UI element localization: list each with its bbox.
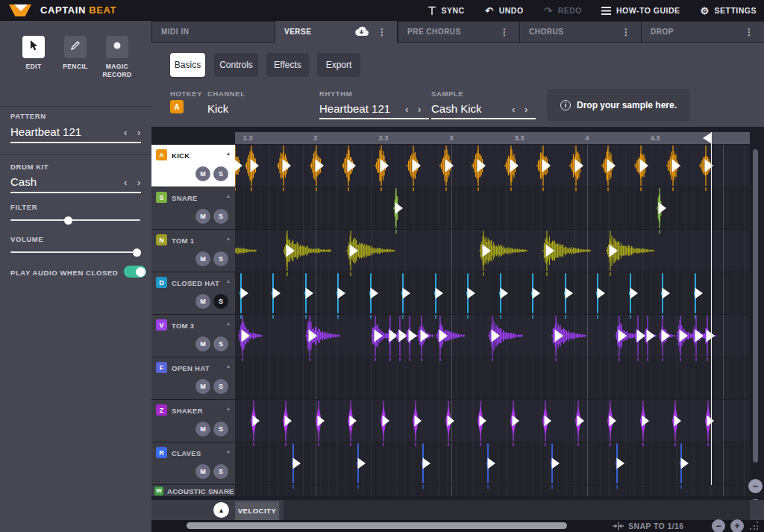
track-lane-open-hat[interactable] [235, 357, 750, 399]
pattern-tab-drop[interactable]: DROP⋮ [642, 22, 764, 42]
pattern-prev-chevron-icon[interactable]: ‹ [124, 128, 127, 137]
track-header-tom-1[interactable]: NTOM 1▴MS [151, 230, 235, 272]
captain-plugins-logo-icon[interactable] [9, 3, 34, 18]
track-lane-closed-hat[interactable] [235, 272, 750, 314]
drum-kit-next-chevron-icon[interactable]: › [137, 178, 140, 187]
track-header-open-hat[interactable]: FOPEN HAT▴MS [151, 357, 235, 399]
filter-slider-knob[interactable] [64, 216, 72, 225]
topbar-action-redo[interactable]: ↷REDO [543, 5, 582, 16]
mute-button-claves[interactable]: M [195, 464, 210, 479]
zoom-out-horizontal-button[interactable]: − [712, 519, 725, 532]
topbar-action-settings[interactable]: ⚙SETTINGS [699, 5, 757, 16]
topbar-action-undo[interactable]: ↶UNDO [484, 5, 524, 16]
drum-kit-prev-chevron-icon[interactable]: ‹ [124, 178, 127, 187]
collapse-track-icon[interactable]: ▴ [227, 193, 230, 199]
topbar-action-sync[interactable]: SYNC [427, 5, 465, 16]
solo-button-open-hat[interactable]: S [213, 379, 228, 394]
snap-control[interactable]: SNAP TO 1/16 [613, 520, 683, 532]
track-lane-tom-3[interactable] [235, 315, 750, 357]
track-header-closed-hat[interactable]: DCLOSED HAT▴MS [151, 272, 235, 314]
subtab-effects[interactable]: Effects [266, 53, 309, 77]
pattern-tab-pre-chorus[interactable]: PRE CHORUS⋮ [398, 22, 519, 42]
collapse-track-icon[interactable]: ▴ [227, 278, 230, 284]
solo-button-claves[interactable]: S [213, 464, 228, 479]
sample-underline [431, 118, 536, 119]
topbar-action-how-to-guide[interactable]: HOW-TO GUIDE [601, 5, 680, 16]
mute-button-closed-hat[interactable]: M [195, 294, 210, 309]
volume-slider-knob[interactable] [133, 248, 141, 257]
tab-menu-kebab-icon[interactable]: ⋮ [376, 28, 388, 37]
track-lane-kick[interactable] [235, 145, 750, 187]
track-name: CLOSED HAT [172, 279, 219, 287]
expand-velocity-button[interactable]: ▲ [213, 502, 229, 518]
sample-next-chevron-icon[interactable]: › [525, 104, 527, 114]
subtab-export[interactable]: Export [317, 53, 360, 77]
vertical-scrollbar[interactable] [753, 149, 758, 463]
pattern-value[interactable]: Heartbeat 121 [10, 125, 81, 138]
zoom-in-horizontal-button[interactable]: + [730, 519, 744, 532]
subtab-controls[interactable]: Controls [214, 53, 258, 77]
track-header-kick[interactable]: AKICK▴MS [151, 145, 235, 187]
track-lane-snare[interactable] [235, 187, 750, 229]
pattern-next-chevron-icon[interactable]: › [137, 128, 140, 137]
collapse-track-icon[interactable]: ▴ [227, 448, 230, 454]
solo-button-tom-1[interactable]: S [213, 251, 228, 266]
mute-button-snare[interactable]: M [195, 209, 210, 224]
collapse-track-icon[interactable]: ▴ [227, 236, 230, 242]
volume-slider[interactable] [10, 251, 140, 253]
sample-value[interactable]: Cash Kick [431, 102, 482, 115]
track-header-tom-3[interactable]: VTOM 3▴MS [151, 315, 235, 357]
cloud-upload-icon[interactable] [354, 26, 369, 37]
velocity-tab[interactable]: VELOCITY [235, 501, 279, 520]
solo-button-shaker[interactable]: S [213, 422, 228, 436]
track-lane-acoustic-snare[interactable] [235, 485, 750, 496]
magic-record-button[interactable] [106, 36, 128, 58]
pattern-tab-midi-in[interactable]: MIDI IN [152, 22, 275, 42]
pattern-tab-verse[interactable]: VERSE⋮ [275, 21, 397, 43]
rhythm-prev-chevron-icon[interactable]: ‹ [405, 104, 408, 114]
rhythm-value[interactable]: Heartbeat 121 [319, 102, 390, 115]
sample-drop-zone[interactable]: i Drop your sample here. [547, 89, 690, 122]
track-lane-tom-1[interactable] [235, 230, 750, 272]
track-header-shaker[interactable]: ZSHAKER▴MS [151, 400, 235, 442]
track-lane-claves[interactable] [235, 442, 750, 484]
hotkey-badge[interactable]: A [170, 100, 184, 113]
tab-menu-kebab-icon[interactable]: ⋮ [743, 28, 755, 37]
zoom-out-vertical-button[interactable]: − [748, 479, 763, 493]
solo-button-tom-3[interactable]: S [213, 337, 228, 351]
drum-kit-value[interactable]: Cash [10, 175, 37, 188]
horizontal-scrollbar[interactable] [187, 522, 567, 529]
filter-slider[interactable] [10, 219, 140, 221]
mute-button-kick[interactable]: M [195, 166, 210, 181]
track-header-snare[interactable]: SSNARE▴MS [151, 187, 235, 229]
solo-button-snare[interactable]: S [213, 209, 228, 224]
tab-menu-kebab-icon[interactable]: ⋮ [498, 28, 510, 37]
solo-button-kick[interactable]: S [213, 166, 228, 181]
playhead-marker-icon[interactable] [703, 133, 711, 143]
sample-prev-chevron-icon[interactable]: ‹ [512, 104, 515, 114]
collapse-track-icon[interactable]: ▴ [227, 151, 230, 157]
playhead-line[interactable] [711, 132, 713, 485]
mute-button-open-hat[interactable]: M [195, 379, 210, 394]
mute-button-shaker[interactable]: M [195, 422, 210, 436]
play-audio-toggle[interactable] [124, 266, 146, 278]
pattern-tab-chorus[interactable]: CHORUS⋮ [520, 22, 641, 42]
mute-button-tom-1[interactable]: M [195, 251, 210, 266]
subtab-basics[interactable]: Basics [170, 53, 205, 77]
solo-button-closed-hat[interactable]: S [213, 294, 228, 309]
expand-track-icon[interactable]: ▾ [227, 488, 230, 494]
pattern-tab-label: DROP [651, 28, 674, 36]
timeline-ruler[interactable]: 1.322.333.344.3 [235, 132, 750, 144]
track-header-acoustic-snare[interactable]: WACOUSTIC SNARE▾ [151, 485, 235, 496]
track-lane-shaker[interactable] [235, 400, 750, 442]
collapse-track-icon[interactable]: ▴ [227, 406, 230, 412]
collapse-track-icon[interactable]: ▴ [227, 363, 230, 369]
tab-menu-kebab-icon[interactable]: ⋮ [620, 28, 632, 37]
track-header-claves[interactable]: RCLAVES▴MS [151, 442, 235, 484]
rhythm-next-chevron-icon[interactable]: › [418, 104, 421, 114]
pencil-button[interactable] [64, 36, 87, 58]
mute-button-tom-3[interactable]: M [195, 337, 210, 351]
collapse-track-icon[interactable]: ▴ [227, 321, 230, 327]
resize-grip[interactable] [750, 522, 759, 531]
edit-button[interactable] [22, 36, 45, 58]
